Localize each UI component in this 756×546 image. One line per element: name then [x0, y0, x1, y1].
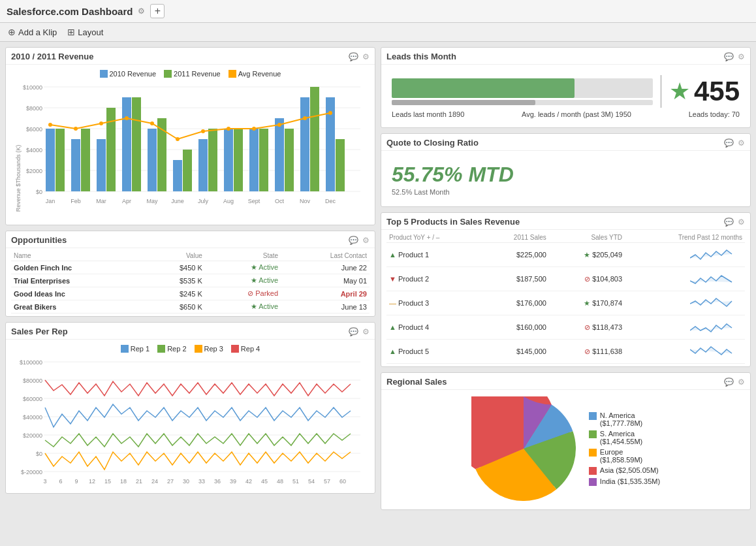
gear-icon[interactable]: ⚙: [138, 7, 145, 16]
opp-header: Opportunities 💬 ⚙: [6, 231, 375, 248]
opp-value: $650 K: [146, 300, 205, 313]
opp-col-contact: Last Contact: [281, 251, 370, 261]
opp-col-name: Name: [11, 251, 146, 261]
layout-icon: ⊞: [67, 27, 75, 37]
comment-icon-products[interactable]: 💬: [724, 217, 734, 227]
pie-chart-svg-2: [471, 396, 576, 501]
product-name: ▼ Product 2: [386, 267, 483, 291]
comment-icon-regional[interactable]: 💬: [724, 377, 734, 387]
comment-icon-opp[interactable]: 💬: [349, 236, 358, 245]
layout-button[interactable]: ⊞ Layout: [67, 27, 103, 37]
product-ytd: ⊘ $111,638: [549, 340, 625, 364]
legend-india: India ($1,535.35M): [589, 477, 660, 486]
svg-text:$6000: $6000: [26, 126, 42, 133]
opp-name: Good Ideas Inc: [11, 287, 146, 300]
svg-point-40: [125, 116, 129, 120]
quote-body: 55.75% MTD 52.5% Last Month: [381, 151, 750, 206]
svg-rect-13: [46, 129, 55, 191]
svg-text:24: 24: [151, 478, 158, 485]
legend-europe-dot: [589, 449, 597, 457]
legend-rep3: Rep 3: [195, 345, 223, 353]
leads-avg: Avg. leads / month (past 3M) 1950: [522, 110, 631, 118]
opp-title: Opportunities: [11, 235, 67, 245]
svg-point-37: [48, 123, 52, 127]
settings-icon-regional[interactable]: ⚙: [738, 377, 745, 387]
product-ytd: ★ $170,874: [549, 291, 625, 315]
legend-rep1-label: Rep 1: [131, 345, 150, 353]
leads-main: ★ 455: [386, 70, 745, 110]
svg-rect-31: [208, 129, 217, 191]
product-trend: [625, 243, 745, 267]
products-header: Top 5 Products in Sales Revenue 💬 ⚙: [381, 213, 750, 230]
new-tab-button[interactable]: +: [150, 4, 165, 18]
product-trend: [625, 267, 745, 291]
legend-rep2-label: Rep 2: [167, 345, 186, 353]
product-name: ▲ Product 1: [386, 243, 483, 267]
svg-text:Sept: Sept: [248, 198, 260, 204]
svg-rect-32: [234, 129, 243, 191]
comment-icon-leads[interactable]: 💬: [724, 52, 734, 61]
products-title: Top 5 Products in Sales Revenue: [386, 217, 520, 227]
opp-state: ★ Active: [205, 300, 281, 313]
leads-footer: Leads last month 1890 Avg. leads / month…: [386, 110, 745, 122]
legend-asia: Asia ($2,505.05M): [589, 466, 660, 475]
leads-sub-bar-fill: [392, 100, 535, 105]
opp-contact: June 13: [281, 300, 370, 313]
svg-text:$-20000: $-20000: [21, 469, 42, 475]
comment-icon-quote[interactable]: 💬: [724, 138, 734, 148]
svg-text:39: 39: [230, 478, 236, 485]
legend-2011-dot: [164, 70, 172, 78]
svg-text:57: 57: [324, 478, 330, 485]
comment-icon[interactable]: 💬: [349, 52, 358, 61]
sales-rep-widget: Sales Per Rep 💬 ⚙ Rep 1 Rep 2: [5, 322, 375, 494]
legend-2010-dot: [100, 70, 108, 78]
svg-point-45: [252, 127, 256, 131]
settings-icon-sales[interactable]: ⚙: [362, 327, 370, 336]
products-body: Product YoY + / – 2011 Sales Sales YTD T…: [381, 230, 750, 366]
leads-title: Leads this Month: [386, 52, 456, 61]
svg-text:Jan: Jan: [46, 198, 55, 204]
svg-text:45: 45: [261, 478, 268, 485]
opp-table: Name Value State Last Contact Golden Fin…: [11, 251, 370, 313]
comment-icon-sales[interactable]: 💬: [349, 327, 358, 336]
settings-icon[interactable]: ⚙: [362, 52, 370, 61]
svg-text:June: June: [171, 198, 184, 204]
svg-point-42: [176, 137, 180, 141]
legend-india-dot: [589, 478, 597, 486]
settings-icon-products[interactable]: ⚙: [738, 217, 745, 227]
right-column: Leads this Month 💬 ⚙: [381, 47, 751, 510]
svg-text:27: 27: [167, 478, 174, 485]
svg-rect-17: [148, 129, 157, 191]
legend-s-america: S. America($1,454.55M): [589, 430, 660, 445]
products-actions: 💬 ⚙: [724, 217, 745, 227]
svg-text:Oct: Oct: [275, 198, 285, 204]
svg-text:$2000: $2000: [26, 168, 42, 174]
svg-text:Past 60 Days: Past 60 Days: [183, 485, 222, 486]
products-table: Product YoY + / – 2011 Sales Sales YTD T…: [386, 233, 745, 364]
svg-point-47: [303, 116, 307, 120]
svg-text:Dec: Dec: [325, 198, 336, 204]
svg-text:$4000: $4000: [26, 147, 42, 153]
settings-icon-leads[interactable]: ⚙: [738, 52, 745, 61]
table-row: Great Bikers $650 K ★ Active June 13: [11, 300, 370, 313]
opp-actions: 💬 ⚙: [349, 236, 370, 245]
svg-marker-100: [690, 347, 732, 355]
settings-icon-opp[interactable]: ⚙: [362, 236, 370, 245]
legend-rep2-dot: [157, 345, 165, 353]
table-row: — Product 3 $176,000 ★ $170,874: [386, 291, 745, 315]
trend-sparkline-0: [690, 245, 742, 265]
add-klip-button[interactable]: ⊕ Add a Klip: [8, 27, 57, 37]
svg-rect-23: [300, 97, 309, 191]
legend-rep4-dot: [231, 345, 239, 353]
leads-header: Leads this Month 💬 ⚙: [381, 48, 750, 65]
leads-widget: Leads this Month 💬 ⚙: [381, 47, 751, 128]
dashboard: 2010 / 2011 Revenue 💬 ⚙ 2010 Revenue 201…: [0, 42, 756, 515]
products-col-ytd: Sales YTD: [549, 233, 625, 243]
settings-icon-quote[interactable]: ⚙: [738, 138, 745, 148]
legend-n-america-label: N. America($1,777.78M): [600, 411, 642, 427]
svg-point-43: [201, 129, 205, 133]
svg-text:$100000: $100000: [20, 359, 42, 366]
svg-point-48: [328, 111, 332, 115]
svg-point-39: [99, 121, 103, 125]
opp-state: ★ Active: [205, 274, 281, 287]
